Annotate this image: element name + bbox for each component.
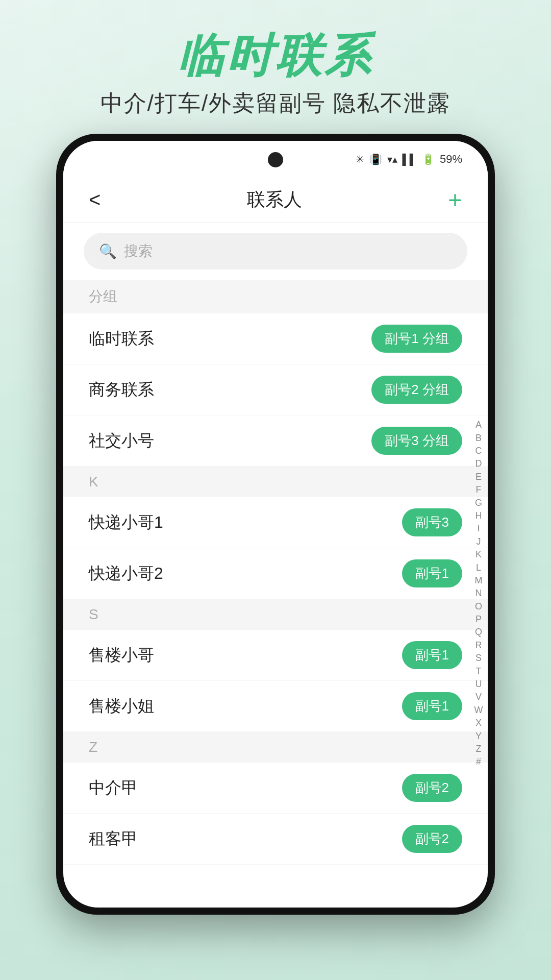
alpha-letter-Q[interactable]: Q: [475, 626, 482, 638]
section-header-K: K: [63, 467, 488, 497]
alpha-letter-W[interactable]: W: [474, 704, 483, 716]
vibrate-icon: 📳: [369, 153, 382, 165]
alphabet-index[interactable]: ABCDEFGHIJKLMNOPQRSTUVWXYZ#: [469, 280, 488, 908]
wifi-icon: ▾▴: [387, 153, 397, 165]
alpha-letter-G[interactable]: G: [475, 497, 482, 509]
contact-name: 社交小号: [89, 430, 154, 452]
contact-row[interactable]: 租客甲副号2: [63, 814, 488, 865]
signal-icon: ▌▌: [403, 154, 417, 165]
phone-screen: ✳ 📳 ▾▴ ▌▌ 🔋 59% < 联系人 + 🔍 搜索 分组临: [63, 141, 488, 908]
alpha-letter-Y[interactable]: Y: [475, 730, 482, 742]
status-right: ✳ 📳 ▾▴ ▌▌ 🔋 59%: [356, 153, 462, 166]
add-contact-button[interactable]: +: [448, 188, 462, 212]
camera-notch: [268, 152, 283, 167]
contact-tag-badge: 副号1: [402, 559, 462, 587]
contact-name: 商务联系: [89, 379, 154, 401]
contact-row[interactable]: 售楼小哥副号1: [63, 630, 488, 681]
search-icon: 🔍: [99, 243, 117, 260]
contact-tag-badge: 副号3: [402, 508, 462, 536]
alpha-letter-E[interactable]: E: [475, 471, 482, 483]
search-bar[interactable]: 🔍 搜索: [84, 233, 467, 270]
app-title: 临时联系: [101, 31, 451, 81]
alpha-letter-J[interactable]: J: [477, 536, 481, 548]
contact-tag-badge: 副号1: [402, 692, 462, 720]
alpha-letter-F[interactable]: F: [476, 484, 482, 496]
phone-shell: ✳ 📳 ▾▴ ▌▌ 🔋 59% < 联系人 + 🔍 搜索 分组临: [56, 134, 495, 915]
alpha-letter-N[interactable]: N: [475, 587, 482, 599]
alpha-letter-S[interactable]: S: [475, 652, 482, 664]
contact-row[interactable]: 社交小号副号3 分组: [63, 415, 488, 467]
alpha-letter-T[interactable]: T: [476, 666, 482, 677]
alpha-letter-H[interactable]: H: [475, 510, 482, 522]
alpha-letter-V[interactable]: V: [475, 691, 482, 703]
search-placeholder: 搜索: [124, 241, 153, 261]
alpha-letter-C[interactable]: C: [475, 445, 482, 457]
contact-name: 售楼小姐: [89, 695, 154, 718]
contact-tag-badge: 副号2 分组: [371, 376, 462, 404]
alpha-letter-U[interactable]: U: [475, 678, 482, 690]
contact-row[interactable]: 售楼小姐副号1: [63, 681, 488, 732]
section-header-Z: Z: [63, 732, 488, 763]
app-subtitle: 中介/打车/外卖留副号 隐私不泄露: [101, 88, 451, 118]
contact-tag-badge: 副号2: [402, 825, 462, 853]
nav-title: 联系人: [247, 187, 302, 212]
alpha-letter-P[interactable]: P: [475, 614, 482, 625]
alpha-letter-O[interactable]: O: [475, 601, 482, 612]
alpha-letter-M[interactable]: M: [475, 575, 483, 586]
battery-icon: 🔋: [422, 153, 435, 165]
contact-row[interactable]: 商务联系副号2 分组: [63, 364, 488, 415]
search-bar-wrap: 🔍 搜索: [63, 223, 488, 280]
nav-bar: < 联系人 +: [63, 178, 488, 223]
contact-tag-badge: 副号1 分组: [371, 325, 462, 353]
alpha-letter-D[interactable]: D: [475, 458, 482, 470]
alpha-letter-B[interactable]: B: [475, 432, 482, 444]
alpha-letter-Z[interactable]: Z: [476, 743, 482, 755]
back-button[interactable]: <: [89, 188, 101, 211]
status-bar: ✳ 📳 ▾▴ ▌▌ 🔋 59%: [63, 141, 488, 178]
contact-tag-badge: 副号2: [402, 774, 462, 802]
contact-list: 分组临时联系副号1 分组商务联系副号2 分组社交小号副号3 分组K快递小哥1副号…: [63, 280, 488, 908]
contact-name: 临时联系: [89, 328, 154, 350]
contact-row[interactable]: 快递小哥2副号1: [63, 548, 488, 599]
contact-name: 中介甲: [89, 777, 138, 799]
section-header-S: S: [63, 599, 488, 630]
battery-percentage: 59%: [440, 153, 462, 166]
alpha-letter-K[interactable]: K: [475, 549, 482, 560]
content-area: 分组临时联系副号1 分组商务联系副号2 分组社交小号副号3 分组K快递小哥1副号…: [63, 280, 488, 908]
alpha-letter-X[interactable]: X: [475, 717, 482, 729]
alpha-letter-L[interactable]: L: [476, 562, 481, 574]
alpha-letter-A[interactable]: A: [475, 419, 482, 431]
contact-name: 售楼小哥: [89, 644, 154, 667]
contact-name: 快递小哥2: [89, 562, 163, 585]
alpha-letter-I[interactable]: I: [477, 523, 480, 534]
contact-tag-badge: 副号1: [402, 641, 462, 669]
contact-tag-badge: 副号3 分组: [371, 427, 462, 455]
alpha-letter-#[interactable]: #: [476, 756, 481, 768]
contact-row[interactable]: 快递小哥1副号3: [63, 497, 488, 548]
contact-row[interactable]: 临时联系副号1 分组: [63, 313, 488, 364]
section-header-分组: 分组: [63, 280, 488, 313]
contact-row[interactable]: 中介甲副号2: [63, 763, 488, 814]
contact-name: 租客甲: [89, 828, 138, 850]
alpha-letter-R[interactable]: R: [475, 640, 482, 651]
bluetooth-icon: ✳: [356, 153, 364, 165]
contact-name: 快递小哥1: [89, 511, 163, 534]
app-header: 临时联系 中介/打车/外卖留副号 隐私不泄露: [101, 31, 451, 118]
